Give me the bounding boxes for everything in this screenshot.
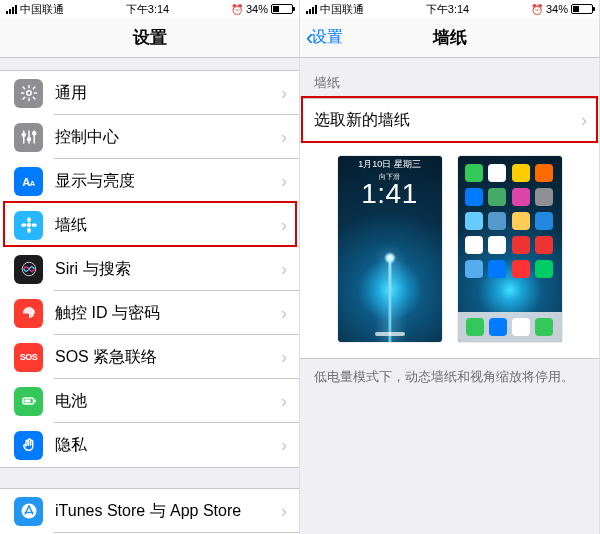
settings-row-label: 隐私 bbox=[55, 435, 281, 456]
hand-icon bbox=[14, 431, 43, 460]
svg-point-12 bbox=[21, 223, 26, 227]
chevron-right-icon: › bbox=[281, 391, 299, 412]
home-app-icon bbox=[535, 260, 553, 278]
home-app-icon bbox=[488, 188, 506, 206]
sliders-icon bbox=[14, 123, 43, 152]
svg-point-0 bbox=[26, 91, 31, 96]
home-app-icon bbox=[512, 188, 530, 206]
chevron-right-icon: › bbox=[281, 171, 299, 192]
alarm-icon: ⏰ bbox=[531, 4, 543, 15]
status-bar: 中国联通 下午3:14 ⏰ 34% bbox=[0, 0, 299, 18]
settings-row-control-center[interactable]: 控制中心› bbox=[0, 115, 299, 159]
battery-icon bbox=[271, 4, 293, 14]
back-label: 设置 bbox=[311, 27, 343, 48]
dock-app-icon bbox=[535, 318, 553, 336]
home-app-icon bbox=[488, 236, 506, 254]
home-app-icon bbox=[488, 212, 506, 230]
home-app-icon bbox=[465, 164, 483, 182]
choose-new-wallpaper-label: 选取新的墙纸 bbox=[314, 110, 581, 131]
fingerprint-icon bbox=[14, 299, 43, 328]
chevron-right-icon: › bbox=[281, 303, 299, 324]
lock-screen-preview[interactable]: 1:41 1月10日 星期三 向下滑 bbox=[338, 156, 442, 342]
home-app-icon bbox=[512, 236, 530, 254]
home-app-icon bbox=[488, 164, 506, 182]
svg-text:A: A bbox=[29, 179, 35, 188]
home-app-icon bbox=[465, 236, 483, 254]
chevron-right-icon: › bbox=[281, 347, 299, 368]
settings-row-general[interactable]: 通用› bbox=[0, 71, 299, 115]
settings-row-itunes[interactable]: iTunes Store 与 App Store› bbox=[0, 489, 299, 533]
svg-rect-16 bbox=[34, 400, 36, 403]
home-app-icon bbox=[512, 212, 530, 230]
siri-icon bbox=[14, 255, 43, 284]
lock-clock: 1:41 bbox=[338, 178, 442, 210]
back-button[interactable]: ‹ 设置 bbox=[306, 18, 343, 57]
section-label: 墙纸 bbox=[300, 58, 599, 98]
settings-row-label: 控制中心 bbox=[55, 127, 281, 148]
svg-rect-17 bbox=[24, 400, 30, 403]
appstore-icon bbox=[14, 497, 43, 526]
home-app-icon bbox=[535, 164, 553, 182]
chevron-right-icon: › bbox=[581, 110, 587, 131]
home-app-icon bbox=[512, 260, 530, 278]
signal-icon bbox=[6, 5, 17, 14]
settings-row-touchid[interactable]: 触控 ID 与密码› bbox=[0, 291, 299, 335]
home-app-icon bbox=[488, 260, 506, 278]
svg-point-10 bbox=[27, 217, 31, 222]
svg-point-11 bbox=[27, 228, 31, 233]
home-app-icon bbox=[465, 188, 483, 206]
svg-point-9 bbox=[27, 224, 30, 227]
settings-row-label: SOS 紧急联络 bbox=[55, 347, 281, 368]
settings-row-display[interactable]: AA显示与亮度› bbox=[0, 159, 299, 203]
sos-icon: SOS bbox=[14, 343, 43, 372]
home-app-icon bbox=[535, 236, 553, 254]
home-app-icon bbox=[535, 212, 553, 230]
nav-bar-right: ‹ 设置 墙纸 bbox=[300, 18, 599, 58]
settings-row-label: iTunes Store 与 App Store bbox=[55, 501, 281, 522]
home-screen-preview[interactable] bbox=[458, 156, 562, 342]
home-app-icon bbox=[465, 260, 483, 278]
status-bar: 中国联通 下午3:14 ⏰ 34% bbox=[300, 0, 599, 18]
settings-row-label: 触控 ID 与密码 bbox=[55, 303, 281, 324]
home-app-icon bbox=[535, 188, 553, 206]
dock-app-icon bbox=[489, 318, 507, 336]
carrier-label: 中国联通 bbox=[20, 2, 64, 17]
signal-icon bbox=[306, 5, 317, 14]
chevron-right-icon: › bbox=[281, 127, 299, 148]
wallpaper-previews: 1:41 1月10日 星期三 向下滑 bbox=[300, 142, 599, 359]
settings-pane: 中国联通 下午3:14 ⏰ 34% 设置 通用›控制中心›AA显示与亮度›墙纸›… bbox=[0, 0, 300, 534]
status-time: 下午3:14 bbox=[426, 2, 469, 17]
nav-bar-left: 设置 bbox=[0, 18, 299, 58]
settings-row-label: 显示与亮度 bbox=[55, 171, 281, 192]
dock-app-icon bbox=[512, 318, 530, 336]
footer-note: 低电量模式下，动态墙纸和视角缩放将停用。 bbox=[300, 359, 599, 396]
lock-date: 1月10日 星期三 bbox=[338, 158, 442, 171]
settings-row-siri[interactable]: Siri 与搜索› bbox=[0, 247, 299, 291]
chevron-right-icon: › bbox=[281, 435, 299, 456]
svg-point-13 bbox=[31, 223, 36, 227]
svg-point-5 bbox=[27, 138, 30, 141]
carrier-label: 中国联通 bbox=[320, 2, 364, 17]
chevron-right-icon: › bbox=[281, 501, 299, 522]
settings-row-label: 电池 bbox=[55, 391, 281, 412]
page-title: 墙纸 bbox=[433, 26, 467, 49]
gear-icon bbox=[14, 79, 43, 108]
battery-percent: 34% bbox=[246, 3, 268, 15]
text-aa-icon: AA bbox=[14, 167, 43, 196]
settings-row-battery[interactable]: 电池› bbox=[0, 379, 299, 423]
battery-icon bbox=[14, 387, 43, 416]
page-title: 设置 bbox=[133, 26, 167, 49]
home-app-icon bbox=[465, 212, 483, 230]
settings-row-wallpaper[interactable]: 墙纸› bbox=[0, 203, 299, 247]
settings-row-sos[interactable]: SOSSOS 紧急联络› bbox=[0, 335, 299, 379]
settings-row-privacy[interactable]: 隐私› bbox=[0, 423, 299, 467]
settings-row-label: 通用 bbox=[55, 83, 281, 104]
choose-new-wallpaper-row[interactable]: 选取新的墙纸 › bbox=[300, 98, 599, 142]
svg-point-6 bbox=[32, 132, 35, 135]
settings-row-label: Siri 与搜索 bbox=[55, 259, 281, 280]
battery-percent: 34% bbox=[546, 3, 568, 15]
svg-point-4 bbox=[22, 133, 25, 136]
wallpaper-pane: 中国联通 下午3:14 ⏰ 34% ‹ 设置 墙纸 墙纸 选取新的墙纸 › 1:… bbox=[300, 0, 600, 534]
chevron-right-icon: › bbox=[281, 215, 299, 236]
battery-icon bbox=[571, 4, 593, 14]
